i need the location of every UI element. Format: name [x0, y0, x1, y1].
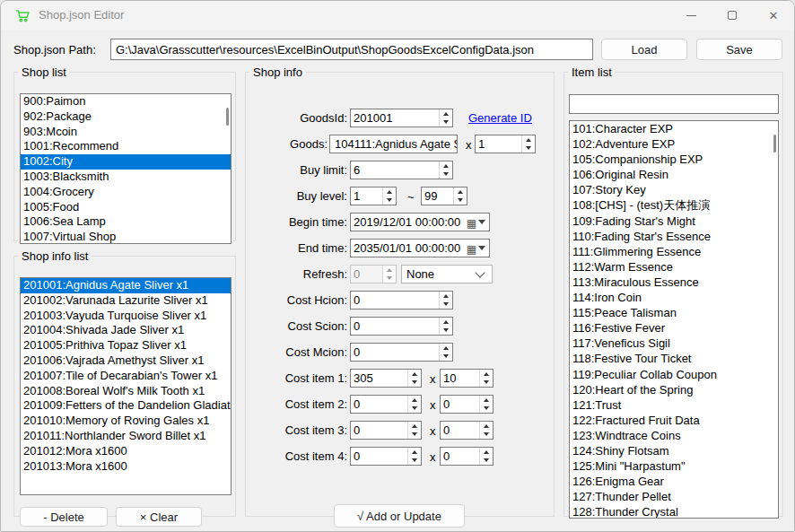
spin-up-icon[interactable]	[408, 422, 421, 431]
list-item[interactable]: 118:Festive Tour Ticket	[570, 351, 778, 366]
cost-mcion-spinner[interactable]: 0	[350, 343, 453, 362]
spin-down-icon[interactable]	[480, 379, 493, 388]
spin-down-icon[interactable]	[408, 379, 421, 388]
spin-down-icon[interactable]	[480, 431, 493, 440]
shop-listbox[interactable]: 900:Paimon902:Package903:Mcoin1001:Recom…	[20, 93, 232, 244]
spinner-buttons[interactable]	[439, 344, 452, 361]
spin-up-icon[interactable]	[440, 318, 452, 327]
spin-down-icon[interactable]	[408, 405, 421, 414]
spin-up-icon[interactable]	[522, 135, 535, 144]
spin-down-icon[interactable]	[440, 118, 452, 127]
spinner-buttons[interactable]	[479, 422, 493, 439]
scrollbar-thumb[interactable]	[226, 108, 229, 126]
end-time-picker[interactable]: 2035/01/01 00:00:00	[350, 239, 490, 257]
calendar-icon[interactable]	[467, 214, 476, 231]
list-item[interactable]: 201012:Mora x1600	[21, 444, 231, 459]
list-item[interactable]: 1002:City	[21, 154, 231, 170]
calendar-icon[interactable]	[467, 240, 476, 257]
dropdown-arrow-icon[interactable]	[478, 246, 485, 250]
list-item[interactable]: 124:Shiny Flotsam	[570, 443, 778, 458]
spin-up-icon[interactable]	[440, 161, 452, 170]
cost-scion-spinner[interactable]: 0	[350, 317, 453, 336]
spinner-buttons[interactable]	[453, 188, 467, 205]
spin-up-icon[interactable]	[440, 292, 452, 301]
list-item[interactable]: 1003:Blacksmith	[21, 170, 231, 185]
spin-up-icon[interactable]	[383, 188, 396, 196]
list-item[interactable]: 1006:Sea Lamp	[21, 214, 231, 230]
save-button[interactable]: Save	[696, 39, 782, 60]
spinner-buttons[interactable]	[407, 422, 421, 439]
list-item[interactable]: 201001:Agnidus Agate Sliver x1	[21, 278, 231, 293]
path-input[interactable]: G:\Java\Grasscutter\resources\ExcelBinOu…	[110, 39, 593, 60]
spinner-buttons[interactable]	[479, 448, 493, 465]
shop-info-listbox[interactable]: 201001:Agnidus Agate Sliver x1201002:Var…	[20, 277, 232, 495]
list-item[interactable]: 1001:Recommend	[21, 139, 231, 154]
spin-down-icon[interactable]	[454, 196, 467, 205]
spinner-buttons[interactable]	[521, 135, 535, 153]
list-item[interactable]: 125:Mini "Harpastum"	[570, 458, 778, 474]
list-item[interactable]: 201009:Fetters of the Dandelion Gladiato	[21, 398, 231, 414]
list-item[interactable]: 201002:Varunada Lazurite Sliver x1	[21, 293, 231, 309]
spin-up-icon[interactable]	[408, 370, 421, 379]
list-item[interactable]: 127:Thunder Pellet	[570, 489, 778, 504]
spinner-buttons[interactable]	[439, 109, 452, 126]
spin-down-icon[interactable]	[440, 170, 452, 179]
cost-item-3-id-spinner[interactable]: 0	[350, 421, 422, 440]
list-item[interactable]: 1007:Virtual Shop	[21, 230, 231, 244]
list-item[interactable]: 201004:Shivada Jade Sliver x1	[21, 323, 231, 338]
list-item[interactable]: 121:Trust	[570, 397, 778, 413]
list-item[interactable]: 105:Companionship EXP	[570, 152, 778, 167]
list-item[interactable]: 201005:Prithiva Topaz Sliver x1	[21, 338, 231, 353]
close-button[interactable]: ✕	[753, 1, 794, 30]
spinner-buttons[interactable]	[407, 448, 421, 465]
spin-down-icon[interactable]	[480, 457, 493, 466]
list-item[interactable]: 102:Adventure EXP	[570, 136, 778, 152]
cost-item-1-id-spinner[interactable]: 305	[350, 369, 422, 388]
list-item[interactable]: 201003:Vayuda Turquoise Sliver x1	[21, 309, 231, 324]
list-item[interactable]: 900:Paimon	[21, 94, 231, 109]
cost-item-4-id-spinner[interactable]: 0	[350, 447, 422, 466]
spinner-buttons[interactable]	[479, 370, 493, 387]
spin-down-icon[interactable]	[440, 353, 452, 362]
list-item[interactable]: 112:Warm Essence	[570, 259, 778, 275]
list-item[interactable]: 201010:Memory of Roving Gales x1	[21, 414, 231, 429]
list-item[interactable]: 116:Festive Fever	[570, 320, 778, 336]
spin-down-icon[interactable]	[522, 144, 535, 153]
spin-up-icon[interactable]	[440, 344, 452, 353]
list-item[interactable]: 111:Glimmering Essence	[570, 244, 778, 259]
spinner-buttons[interactable]	[407, 396, 421, 413]
spin-up-icon[interactable]	[480, 396, 493, 405]
list-item[interactable]: 114:Iron Coin	[570, 290, 778, 305]
cost-item-1-count-spinner[interactable]: 10	[440, 369, 494, 388]
list-item[interactable]: 201011:Northlander Sword Billet x1	[21, 429, 231, 444]
list-item[interactable]: 115:Peace Talisman	[570, 305, 778, 320]
list-item[interactable]: 128:Thunder Crystal	[570, 504, 778, 519]
spin-down-icon[interactable]	[440, 327, 452, 336]
spin-up-icon[interactable]	[440, 109, 452, 118]
spin-down-icon[interactable]	[480, 405, 493, 414]
dropdown-arrow-icon[interactable]	[478, 220, 485, 224]
spin-up-icon[interactable]	[408, 448, 421, 457]
spin-up-icon[interactable]	[480, 448, 493, 457]
list-item[interactable]: 119:Peculiar Collab Coupon	[570, 367, 778, 382]
maximize-button[interactable]	[712, 1, 753, 30]
list-item[interactable]: 126:Enigma Gear	[570, 474, 778, 489]
list-item[interactable]: 903:Mcoin	[21, 125, 231, 140]
begin-time-picker[interactable]: 2019/12/01 00:00:00	[350, 213, 490, 231]
refresh-type-dropdown[interactable]: None	[401, 265, 493, 283]
spin-down-icon[interactable]	[383, 196, 396, 205]
cost-hcion-spinner[interactable]: 0	[350, 291, 453, 310]
list-item[interactable]: 902:Package	[21, 109, 231, 125]
spin-up-icon[interactable]	[408, 396, 421, 405]
spinner-buttons[interactable]	[439, 161, 452, 179]
clear-button[interactable]: × Clear	[116, 507, 202, 527]
list-item[interactable]: 201008:Boreal Wolf's Milk Tooth x1	[21, 384, 231, 399]
list-item[interactable]: 108:[CHS] - (test)天体推演	[570, 197, 778, 213]
spinner-buttons[interactable]	[439, 318, 452, 335]
cost-item-2-count-spinner[interactable]: 0	[440, 395, 494, 414]
list-item[interactable]: 123:Windtrace Coins	[570, 428, 778, 443]
list-item[interactable]: 122:Fractured Fruit Data	[570, 413, 778, 428]
list-item[interactable]: 1004:Grocery	[21, 185, 231, 200]
scrollbar-thumb[interactable]	[773, 135, 776, 153]
generate-id-link[interactable]: Generate ID	[468, 111, 532, 125]
